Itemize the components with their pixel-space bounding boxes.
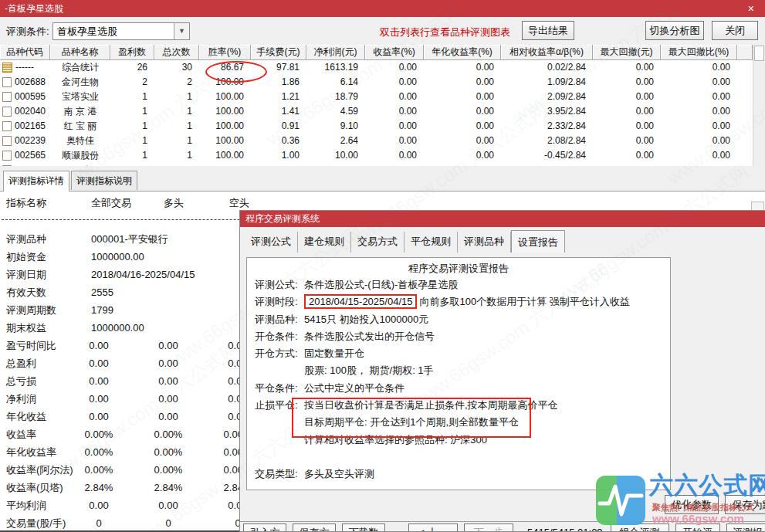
cell-total: 1 [154, 134, 199, 148]
column-header-7[interactable]: 收益率(%) [365, 45, 424, 60]
column-header-0[interactable]: 品种代码 [0, 45, 50, 60]
metric-long-value: 0.00% [141, 425, 195, 443]
cell-code: 000595 [0, 90, 50, 104]
metric-value: 2018/04/16-2025/04/15 [91, 266, 195, 283]
save-plan-button[interactable]: 保存方案 [293, 524, 336, 532]
results-table-body: ------综合统计263086.6797.811613.190.000.000… [0, 60, 765, 166]
cell-profit: 6.14 [306, 75, 365, 90]
cell-alpha_beta: 1.09/2.84 [501, 75, 593, 90]
cell-rate: 100.00 [199, 148, 251, 163]
metric-label: 收益率(阿尔法) [6, 461, 73, 479]
column-header-11[interactable]: 最大回撤比(%) [661, 45, 737, 60]
chevron-down-icon[interactable]: ▼ [174, 23, 189, 39]
cell-total: 1 [154, 90, 199, 104]
cell-drawdown: 0.00 [593, 119, 661, 134]
code-text: 002239 [15, 134, 46, 148]
column-header-5[interactable]: 手续费(元) [251, 45, 306, 60]
cell-drawdown_pct: 0.00 [661, 134, 737, 148]
metrics-header-long: 多头 [164, 196, 184, 210]
table-row[interactable]: ------综合统计263086.6797.811613.190.000.000… [0, 60, 765, 75]
table-row[interactable]: 002565顺灏股份11100.001.0010.000.000.00-0.45… [0, 148, 765, 163]
cell-alpha_beta: 2.33/2.84 [501, 119, 593, 134]
cell-alpha_beta: 3.95/2.84 [501, 104, 593, 119]
metric-all-value: 0 [72, 514, 126, 532]
report-line-value: 计算相对收益率选择的参照品种: 沪深300 [304, 434, 487, 446]
cell-yield: 0.00 [365, 119, 424, 134]
report-line: 评测品种:5415只 初始投入1000000元 [247, 311, 670, 328]
table-row[interactable]: 000595宝塔实业11100.001.2118.790.000.002.09/… [0, 90, 765, 104]
column-header-4[interactable]: 胜率(%) [199, 45, 251, 60]
report-line: 平仓条件:公式中定义的平仓条件 [247, 380, 670, 397]
progress-status: 5415/5415 01:09 [527, 524, 603, 532]
cell-fee: 1.86 [251, 75, 306, 90]
switch-analysis-button[interactable]: 切换分析图 [645, 21, 704, 40]
eval-period-annotation-box: 2018/04/15-2025/04/15 [304, 294, 417, 309]
cell-fee: 1.41 [251, 104, 306, 119]
export-results-button[interactable]: 导出结果 [522, 21, 574, 40]
tab-eval-indicator-detail[interactable]: 评测指标详情 [3, 171, 69, 191]
table-scrollbar[interactable] [753, 45, 765, 166]
column-header-9[interactable]: 相对收益率α/β(%) [501, 45, 593, 60]
optimize-params-button[interactable]: 优化参数 [665, 495, 719, 514]
eval-report-button[interactable]: 评测报告 [726, 524, 765, 532]
report-line-value: 多头及空头评测 [304, 468, 374, 479]
cell-rate: 100.00 [199, 90, 251, 104]
dialog-tab-评测品种[interactable]: 评测品种 [458, 232, 511, 252]
table-row[interactable]: 002040南 京 港11100.001.414.590.000.003.95/… [0, 104, 765, 119]
dialog-titlebar[interactable]: 程序交易评测系统 [240, 211, 765, 227]
table-row[interactable]: 002165红 宝 丽11100.000.919.100.000.002.33/… [0, 119, 765, 134]
column-header-1[interactable]: 品种名称 [50, 45, 110, 60]
cell-fee: 1.00 [251, 148, 306, 163]
condition-dropdown[interactable]: 首板孕星选股 ▼ [52, 22, 190, 40]
metric-label: 评测品种 [6, 230, 46, 248]
report-line-label: 止损平仓: [255, 397, 304, 414]
column-header-10[interactable]: 最大回撤(元) [593, 45, 661, 60]
tab-eval-indicator-desc[interactable]: 评测指标说明 [71, 171, 137, 190]
metric-long-value: 0.00 [141, 390, 195, 408]
table-row[interactable]: 002239奥特佳11100.000.362.640.000.002.08/2.… [0, 134, 765, 148]
metric-label: 年化收益率 [6, 443, 56, 461]
cell-drawdown_pct: 0.00 [661, 60, 737, 75]
column-header-8[interactable]: 年化收益率(%) [424, 45, 501, 60]
metric-all-value: 0.00 [72, 337, 126, 354]
cell-rate: 86.67 [199, 60, 251, 75]
prev-step-button[interactable]: < 上一步 [408, 524, 458, 532]
window-close-icon[interactable]: × [748, 0, 754, 17]
double-click-hint: 双击列表行查看品种评测图表 [380, 25, 510, 39]
start-eval-button[interactable]: 开始评测 [675, 524, 720, 532]
table-row[interactable]: 002688金河生物22100.001.866.140.000.001.09/2… [0, 75, 765, 90]
dialog-tab-设置报告[interactable]: 设置报告 [511, 230, 565, 252]
cell-name: 南 京 港 [50, 104, 110, 119]
report-line [247, 449, 670, 466]
report-line-label: 交易类型: [255, 466, 304, 483]
dialog-tab-建仓规则[interactable]: 建仓规则 [298, 232, 351, 252]
metric-label: 交易量(股/手) [6, 514, 66, 532]
save-default-button[interactable]: 保存为默认 [725, 495, 765, 514]
import-plan-button[interactable]: 引入方案 [243, 524, 286, 532]
eval-settings-dialog: 程序交易评测系统 评测公式建仓规则交易方式平仓规则评测品种设置报告 程序交易评测… [239, 210, 765, 532]
dialog-tab-交易方式[interactable]: 交易方式 [351, 232, 405, 252]
cell-alpha_beta: 0.02/2.84 [501, 60, 593, 75]
stock-doc-icon [2, 107, 12, 117]
code-text: 002688 [15, 75, 46, 90]
stock-doc-icon [2, 151, 12, 161]
cell-fee: 97.81 [251, 60, 306, 75]
column-header-6[interactable]: 净利润(元) [306, 45, 365, 60]
table-scrollbar-thumb[interactable] [754, 46, 764, 61]
dialog-tab-评测公式[interactable]: 评测公式 [245, 232, 298, 252]
download-data-button[interactable]: 下载数据 [342, 524, 385, 532]
report-box: 程序交易评测设置报告 评测公式:条件选股公式-(日线)-首板孕星选股评测时段:2… [246, 257, 671, 490]
column-header-2[interactable]: 盈利数 [110, 45, 154, 60]
cell-win: 1 [110, 90, 154, 104]
report-line-value: 目标周期平仓: 开仓达到1个周期,则全部数量平仓 [304, 416, 519, 428]
report-line: 评测公式:条件选股公式-(日线)-首板孕星选股 [247, 276, 670, 293]
metric-label: 初始资金 [6, 248, 46, 266]
dialog-tab-平仓规则[interactable]: 平仓规则 [405, 232, 458, 252]
metrics-header-short: 空头 [229, 196, 249, 210]
combo-eval-button[interactable]: 组合评测▾ [611, 524, 669, 532]
column-header-3[interactable]: 总次数 [154, 45, 199, 60]
close-button[interactable]: 关闭 [712, 21, 758, 40]
stock-doc-icon [2, 92, 12, 102]
metric-long-value: 2.84% [141, 479, 195, 496]
report-line-label: 开仓条件: [255, 328, 304, 345]
